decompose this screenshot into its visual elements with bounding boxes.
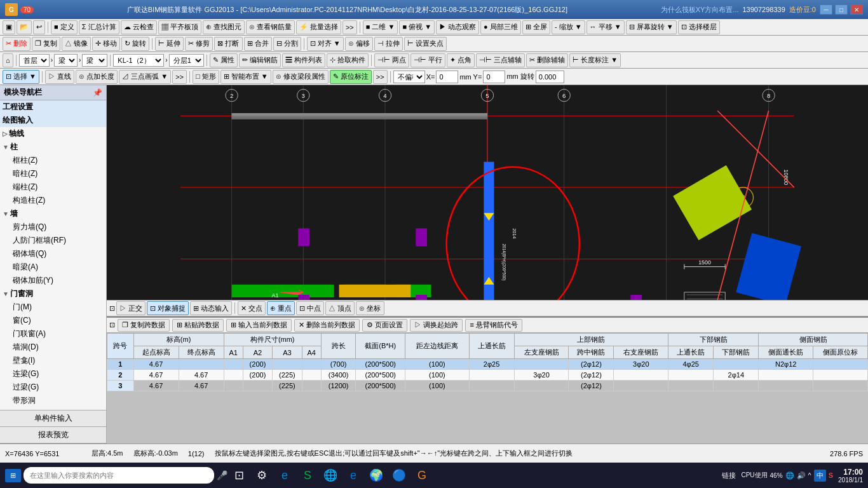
row1-top-through2[interactable]: 4φ25	[668, 359, 714, 370]
table-scroll[interactable]: 跨号 标高(m) 构件尺寸(mm) 跨长 截面(B*H) 距左边线距离 上通长筋…	[107, 333, 868, 444]
select-mode-btn[interactable]: ⊡ 选择 ▼	[3, 70, 39, 84]
row3-mid-bar[interactable]: (2φ12)	[569, 381, 614, 391]
code-select[interactable]: KL-1（2）	[113, 54, 164, 67]
row3-side-orig[interactable]	[813, 381, 868, 391]
layer-select[interactable]: 分层1	[169, 54, 204, 67]
table-row[interactable]: 3 4.67 4.67 (225) (1200) (200*500)	[107, 381, 868, 391]
row1-a4[interactable]	[302, 359, 321, 370]
sidebar-item-door-window-combo[interactable]: 门联窗(A)	[0, 327, 106, 341]
taskbar-icon-5[interactable]: e	[344, 466, 362, 484]
line-btn[interactable]: ▷ 直线	[45, 70, 74, 84]
paste-span-btn[interactable]: ⊞ 粘贴跨数据	[172, 319, 224, 332]
row2-bottom-bar[interactable]: 2φ14	[714, 370, 759, 381]
smart-layout-btn[interactable]: ⊞ 智能布置 ▼	[220, 70, 271, 84]
report-preview-btn[interactable]: 报表预览	[0, 427, 106, 444]
modify-beam-seg-btn[interactable]: ⊙ 修改梁段属性	[273, 70, 329, 84]
taskbar-icon-4[interactable]: 🌐	[322, 466, 339, 484]
sidebar-item-project-settings[interactable]: 工程设置	[0, 100, 106, 114]
row2-end-h[interactable]: 4.67	[179, 370, 224, 381]
row3-section[interactable]: (200*500)	[356, 381, 405, 391]
midpoint-btn[interactable]: ⊕ 重点	[267, 301, 295, 315]
row3-a4[interactable]	[302, 381, 321, 391]
sidebar-item-wall-hole[interactable]: 墙洞(D)	[0, 341, 106, 354]
taskbar-icon-1[interactable]: ⊡	[230, 466, 248, 484]
rotate-input[interactable]	[536, 71, 564, 83]
mirror-btn[interactable]: △ 镜像	[62, 37, 91, 51]
sidebar-item-dark-col[interactable]: 暗柱(Z)	[0, 167, 106, 180]
rect-btn[interactable]: □ 矩形	[193, 70, 219, 84]
row1-a1[interactable]	[224, 359, 243, 370]
row3-side-through[interactable]	[759, 381, 813, 391]
taskbar-icon-2[interactable]: ⚙	[253, 466, 271, 484]
member-type-select[interactable]: 梁	[54, 54, 78, 67]
row3-top-through2[interactable]	[668, 381, 714, 391]
local-3d-btn[interactable]: ● 局部三维	[480, 20, 521, 34]
sidebar-pin-icon[interactable]: 📌	[93, 88, 102, 97]
row2-mid-bar[interactable]: (2φ12)	[569, 370, 614, 381]
view-rebar-btn[interactable]: ⊙ 查看钢筋量	[246, 20, 295, 34]
copy-span-btn[interactable]: ❐ 复制跨数据	[118, 319, 170, 332]
break-btn[interactable]: ⊠ 打断	[214, 37, 242, 51]
row2-a2[interactable]: (200)	[243, 370, 272, 381]
sidebar-item-window[interactable]: 窗(C)	[0, 314, 106, 327]
object-snap-btn[interactable]: ⊡ 对象捕捉	[147, 301, 189, 315]
del-axis-btn[interactable]: ✂ 删除辅轴	[526, 53, 568, 67]
row3-left-seat[interactable]	[514, 381, 569, 391]
rotate-btn[interactable]: ↻ 旋转	[121, 37, 149, 51]
row2-top-through[interactable]	[469, 370, 514, 381]
cantilever-code-btn[interactable]: ≡ 悬臂钢筋代号	[465, 319, 522, 332]
define-btn[interactable]: ■ 定义	[51, 20, 78, 34]
sidebar-item-door-window[interactable]: ▼ 门窗洞	[0, 287, 106, 301]
move-btn[interactable]: ✛ 移动	[92, 37, 120, 51]
select-floor-btn[interactable]: ⊡ 选择楼层	[678, 20, 720, 34]
x-input[interactable]	[436, 71, 458, 83]
sidebar-content[interactable]: 工程设置 绘图输入 ▷ 轴线 ▼ 柱 框柱(Z) 暗柱(Z) 端柱(Z) 构造柱…	[0, 100, 106, 410]
sidebar-item-end-col[interactable]: 端柱(Z)	[0, 180, 106, 194]
microphone-icon[interactable]: 🎤	[217, 470, 227, 480]
network-icon[interactable]: 🌐	[785, 471, 794, 480]
row3-a2[interactable]	[243, 381, 272, 391]
dynamic-view-btn[interactable]: ▶ 动态观察	[436, 20, 479, 34]
input-method[interactable]: 中	[814, 470, 826, 482]
row1-start-h[interactable]: 4.67	[133, 359, 179, 370]
sidebar-item-dark-beam[interactable]: 暗梁(A)	[0, 261, 106, 274]
taskbar-icon-7[interactable]: 🔵	[390, 466, 408, 484]
row2-left-seat[interactable]: 3φ20	[514, 370, 569, 381]
point-angle-btn[interactable]: ✦ 点角	[447, 53, 475, 67]
sidebar-item-coupling-beam[interactable]: 连梁(G)	[0, 367, 106, 381]
pick-member-btn[interactable]: ⊹ 拾取构件	[327, 53, 369, 67]
ortho-btn[interactable]: ▷ 正交	[116, 301, 146, 315]
fullscreen-btn[interactable]: ⊞ 全屏	[522, 20, 550, 34]
row1-end-h[interactable]	[179, 359, 224, 370]
taskbar-ggj-icon[interactable]: G	[413, 466, 431, 484]
view-btn[interactable]: ■ 俯视 ▼	[399, 20, 435, 34]
more2-btn[interactable]: >>	[172, 70, 187, 84]
grip-btn[interactable]: ⊢ 设置夹点	[404, 37, 447, 51]
sidebar-item-masonry-wall[interactable]: 砌体墙(Q)	[0, 247, 106, 261]
merge-btn[interactable]: ⊞ 合并	[244, 37, 272, 51]
sidebar-item-column[interactable]: ▼ 柱	[0, 140, 106, 154]
more-btn[interactable]: >>	[342, 20, 357, 34]
row2-span[interactable]: (3400)	[321, 370, 356, 381]
row3-a3[interactable]: (225)	[273, 381, 302, 391]
calc-btn[interactable]: Σ 汇总计算	[79, 20, 119, 34]
sidebar-item-strip-hole[interactable]: 带形洞	[0, 394, 106, 407]
member-name-select[interactable]: 梁	[82, 54, 107, 67]
taskbar-search[interactable]	[24, 467, 214, 484]
cloud-check-btn[interactable]: ☁ 云检查	[121, 20, 157, 34]
home-btn[interactable]: ⌂	[3, 53, 13, 67]
dynamic-input-btn[interactable]: ⊞ 动态输入	[190, 301, 232, 315]
row2-top-through2[interactable]	[668, 370, 714, 381]
sidebar-item-civil-def-wall[interactable]: 人防门框墙(RF)	[0, 234, 106, 247]
windows-start-btn[interactable]: ⊞	[5, 469, 21, 482]
row2-dist[interactable]: (100)	[405, 370, 470, 381]
row3-end-h[interactable]: 4.67	[179, 381, 224, 391]
sidebar-item-shear-wall[interactable]: 剪力墙(Q)	[0, 220, 106, 234]
floor-select[interactable]: 首层	[19, 54, 50, 67]
row1-section[interactable]: (200*500)	[356, 359, 405, 370]
sidebar-item-lintel[interactable]: 过梁(G)	[0, 381, 106, 394]
page-setup-btn[interactable]: ⚙ 页面设置	[362, 319, 407, 332]
row2-side-through[interactable]	[759, 370, 813, 381]
row2-right-seat[interactable]	[614, 370, 668, 381]
canvas-area[interactable]: 2 3 4 5 6 8	[107, 85, 868, 300]
